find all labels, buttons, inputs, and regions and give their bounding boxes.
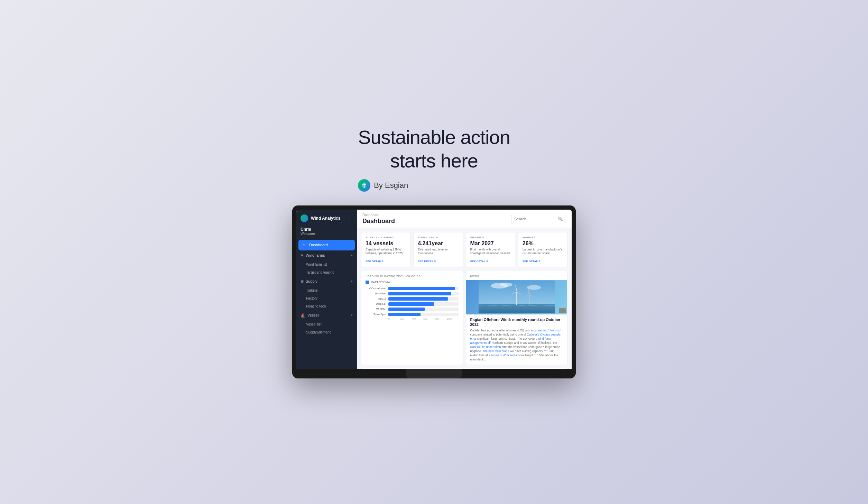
bar-label: INO15 — [366, 297, 386, 300]
news-body: Esgian Offshore Wind: monthly round-up O… — [466, 314, 567, 365]
sidebar-supply-label: Supply — [306, 279, 317, 283]
svg-rect-5 — [516, 291, 517, 305]
see-details-link-3[interactable]: SEE DETAILS — [470, 260, 488, 263]
monitor-screen: Wind Analytics ⋮ Chris Welcome 〜 Dashboa… — [296, 210, 572, 369]
stats-row: SUPPLY & DEMAND 14 vessels Capable of in… — [361, 232, 567, 267]
sidebar-item-wind-farms[interactable]: ≋ Wind farms ▾ — [296, 250, 357, 260]
sidebar-brand: Wind Analytics — [301, 214, 340, 222]
stat-value-3: Mar 2027 — [470, 240, 511, 247]
brand-row: By Esgian — [358, 179, 510, 192]
sidebar-item-dashboard[interactable]: 〜 Dashboard — [298, 240, 355, 250]
legend-dot — [366, 281, 369, 284]
supply-icon: ⊞ — [301, 279, 304, 284]
sidebar-item-wind-farm-list[interactable]: Wind farm list — [296, 260, 357, 268]
bar-fill — [388, 308, 425, 311]
search-box[interactable]: 🔍 — [511, 215, 566, 223]
bar-row: Windfloat — [366, 292, 459, 295]
axis-label: 0 — [388, 318, 400, 320]
hero-section: Sustainable action starts here By Esgian — [358, 126, 510, 205]
bar-track — [388, 313, 459, 316]
bar-label: Damp.p. — [366, 302, 386, 305]
chart-legend: CAPACITY MW — [366, 281, 459, 284]
news-card: NEWS — [466, 271, 568, 365]
search-input[interactable] — [514, 217, 556, 221]
sidebar-logo — [301, 214, 308, 222]
bar-fill — [388, 292, 451, 295]
sidebar-user-greeting: Welcome — [301, 232, 353, 236]
sidebar-item-floating-tech[interactable]: Floating tech — [296, 302, 357, 310]
stat-card-vessels: VESSELS Mar 2027 First month with overal… — [466, 232, 515, 267]
hero-title: Sustainable action starts here — [358, 126, 510, 172]
stat-label-3: VESSELS — [470, 236, 511, 239]
stat-card-supply-demand: SUPPLY & DEMAND 14 vessels Capable of in… — [361, 232, 410, 267]
axis-label: 1000 — [447, 318, 459, 320]
monitor-frame: Wind Analytics ⋮ Chris Welcome 〜 Dashboa… — [292, 205, 576, 378]
bar-row: Damp.p. — [366, 302, 459, 306]
bar-row: INO15 — [366, 297, 459, 301]
breadcrumb: Dashboard — [362, 213, 395, 217]
bar-axis: 0 200 400 600 800 1000 — [388, 318, 459, 320]
bar-row: Tetra Spar — [366, 313, 459, 316]
news-text: Cadeler has signed a letter of intent (L… — [470, 329, 563, 361]
sidebar-item-vessel[interactable]: ⛵ Vessel ▾ — [296, 310, 357, 320]
stat-desc: Capable of installing 12MW turbines, ope… — [366, 248, 406, 255]
svg-point-6 — [516, 291, 517, 293]
see-details-link[interactable]: SEE DETAILS — [366, 260, 384, 263]
stat-label-4: MARKET — [523, 236, 563, 239]
floating-tech-chart: LEADING FLOATING TECHNOLOGIES CAPACITY M… — [361, 271, 463, 365]
sidebar-item-vessel-list[interactable]: Vessel list — [296, 320, 357, 328]
legend-label: CAPACITY MW — [371, 281, 390, 284]
stat-card-foundation: FOUNDATION 4.241year Estimated lead time… — [413, 232, 463, 267]
bar-row: OO-start wind — [366, 287, 459, 290]
dashboard-icon: 〜 — [303, 242, 306, 248]
svg-point-8 — [528, 294, 530, 295]
sidebar-item-supply-demand[interactable]: Supply&demand — [296, 328, 357, 336]
sidebar-username: Chris — [301, 227, 353, 232]
chevron-down-icon-2: ▾ — [351, 280, 353, 283]
svg-point-3 — [527, 285, 541, 290]
news-image-badge — [559, 308, 566, 313]
more-options-icon[interactable]: ⋮ — [347, 215, 353, 221]
turbine-chart-card: TURBINE LEAD TIMES IN THE PAST YEAR — [361, 368, 567, 369]
chevron-down-icon: ▾ — [351, 254, 353, 257]
bar-label: W.SEMI — [366, 308, 386, 311]
stat-desc-3: First month with overall shortage of ins… — [470, 248, 511, 255]
stat-value-4: 26% — [523, 240, 563, 247]
bar-label: Tetra Spar — [366, 313, 386, 316]
bar-track — [388, 297, 459, 301]
bar-fill — [388, 287, 455, 290]
stat-label: SUPPLY & DEMAND — [366, 236, 406, 239]
bar-track — [388, 302, 459, 306]
search-icon[interactable]: 🔍 — [558, 217, 563, 221]
topbar: Dashboard Dashboard 🔍 — [357, 210, 572, 228]
sidebar-item-factory[interactable]: Factory — [296, 294, 357, 302]
stat-label-2: FOUNDATION — [418, 236, 458, 239]
topbar-left: Dashboard Dashboard — [362, 213, 395, 225]
see-details-link-2[interactable]: SEE DETAILS — [418, 260, 436, 263]
axis-label: 600 — [423, 318, 435, 320]
axis-label: 800 — [435, 318, 447, 320]
sidebar-nav: 〜 Dashboard ≋ Wind farms ▾ Wind farm lis… — [296, 240, 357, 369]
bar-track — [388, 308, 459, 311]
sidebar: Wind Analytics ⋮ Chris Welcome 〜 Dashboa… — [296, 210, 357, 369]
chevron-down-icon-3: ▾ — [351, 313, 353, 317]
sidebar-item-label: Dashboard — [309, 243, 328, 247]
dashboard-body: SUPPLY & DEMAND 14 vessels Capable of in… — [357, 228, 572, 369]
bar-fill — [388, 297, 448, 301]
sidebar-vessel-label: Vessel — [307, 313, 318, 317]
sidebar-item-turbine[interactable]: Turbine — [296, 286, 357, 294]
svg-point-2 — [500, 283, 513, 287]
svg-rect-4 — [479, 304, 555, 313]
esgian-logo — [358, 179, 370, 192]
content-row: LEADING FLOATING TECHNOLOGIES CAPACITY M… — [361, 271, 567, 365]
bar-label: Windfloat — [366, 292, 386, 295]
sidebar-item-target-leasing[interactable]: Target and leasing — [296, 268, 357, 276]
bar-label: OO-start wind — [366, 287, 386, 290]
sidebar-user: Chris Welcome — [296, 226, 357, 240]
see-details-link-4[interactable]: SEE DETAILS — [523, 260, 541, 263]
news-image — [466, 280, 567, 314]
bar-fill — [388, 313, 421, 316]
monitor-stand — [406, 369, 462, 378]
sidebar-item-supply[interactable]: ⊞ Supply ▾ — [296, 276, 357, 286]
axis-label: 400 — [412, 318, 424, 320]
